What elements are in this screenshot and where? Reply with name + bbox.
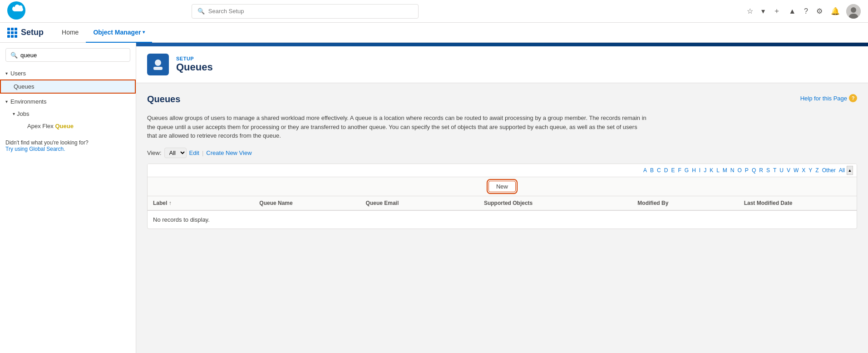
alpha-q[interactable]: Q (750, 167, 757, 174)
sidebar-section-users: ▾ Users Queues (0, 67, 136, 94)
add-button[interactable]: ＋ (771, 5, 782, 18)
create-new-view-link[interactable]: Create New View (206, 149, 252, 156)
sidebar: 🔍 ▾ Users Queues ▾ Environments ▾ Jobs (0, 43, 136, 353)
global-search-link[interactable]: Try using Global Search. (5, 146, 65, 152)
chevron-icon: ▾ (5, 71, 8, 76)
sidebar-jobs-header[interactable]: ▾ Jobs (7, 108, 136, 120)
edit-view-link[interactable]: Edit (189, 149, 199, 156)
alpha-v[interactable]: V (785, 167, 792, 174)
alpha-z[interactable]: Z (814, 167, 820, 174)
search-input[interactable] (208, 8, 413, 15)
tab-object-manager[interactable]: Object Manager ▾ (86, 23, 152, 43)
view-bar: View: All Edit | Create New View (147, 148, 857, 158)
svg-point-2 (851, 7, 856, 13)
search-icon: 🔍 (197, 8, 205, 15)
view-select[interactable]: All (164, 148, 187, 158)
help-button[interactable]: ? (802, 5, 810, 17)
alpha-w[interactable]: W (792, 167, 800, 174)
alpha-other[interactable]: Other (821, 167, 837, 174)
svg-point-4 (155, 60, 161, 66)
page-header-icon (147, 54, 169, 75)
page-header: SETUP Queues (136, 46, 868, 83)
help-link[interactable]: Help for this Page (800, 95, 847, 102)
blue-accent-bar (136, 43, 868, 46)
new-button[interactable]: New (488, 181, 516, 192)
col-modified-by: Modified By (632, 196, 738, 210)
new-button-row: New (148, 177, 857, 196)
alpha-e[interactable]: E (670, 167, 676, 174)
page-setup-label: SETUP (176, 56, 213, 61)
alpha-n[interactable]: N (729, 167, 736, 174)
alpha-t[interactable]: T (772, 167, 778, 174)
alpha-o[interactable]: O (736, 167, 743, 174)
sidebar-sub-section-jobs: ▾ Jobs Apex Flex Queue (0, 108, 136, 132)
second-navigation: Setup Home Object Manager ▾ (0, 23, 868, 43)
sidebar-not-found-text: Didn't find what you're looking for? (5, 139, 130, 146)
sidebar-search-input[interactable] (20, 52, 125, 59)
sidebar-search-container: 🔍 (5, 48, 130, 62)
alpha-l[interactable]: L (715, 167, 721, 174)
separator: | (202, 149, 203, 156)
alpha-u[interactable]: U (778, 167, 785, 174)
alpha-h[interactable]: H (690, 167, 697, 174)
alpha-j[interactable]: J (702, 167, 708, 174)
page-title: Queues (176, 61, 213, 73)
alpha-p[interactable]: P (744, 167, 750, 174)
settings-button[interactable]: ⚙ (814, 5, 824, 17)
search-container: 🔍 (192, 4, 419, 19)
sidebar-section-environments-label: Environments (10, 98, 46, 105)
alpha-i[interactable]: I (698, 167, 702, 174)
alpha-g[interactable]: G (683, 167, 690, 174)
top-nav-right: ☆ ▾ ＋ ▲ ? ⚙ 🔔 (745, 4, 861, 19)
alpha-f[interactable]: F (676, 167, 682, 174)
col-supported-objects: Supported Objects (478, 196, 632, 210)
alpha-k[interactable]: K (708, 167, 715, 174)
nav-tabs: Home Object Manager ▾ (54, 23, 152, 43)
alpha-a[interactable]: A (642, 167, 648, 174)
col-last-modified-date: Last Modified Date (739, 196, 857, 210)
sidebar-item-queues[interactable]: Queues (0, 80, 136, 94)
col-label: Label ↑ (148, 196, 254, 210)
alpha-r[interactable]: R (758, 167, 764, 174)
help-icon[interactable]: ? (849, 94, 857, 102)
alpha-m[interactable]: M (721, 167, 729, 174)
queues-table: Label ↑ Queue Name Queue Email Supported… (148, 196, 857, 229)
sidebar-section-users-label: Users (10, 70, 26, 77)
sort-icon: ↑ (169, 200, 172, 206)
no-records-cell: No records to display. (148, 210, 857, 229)
queues-description: Queues allow groups of users to manage a… (147, 114, 646, 140)
content-area: SETUP Queues Queues Help for this Page ?… (136, 43, 868, 353)
tab-home[interactable]: Home (54, 23, 86, 43)
alpha-all[interactable]: All (838, 167, 846, 174)
table-body: No records to display. (148, 210, 857, 229)
help-row: Help for this Page ? (800, 94, 857, 106)
setup-title: Setup (21, 28, 44, 37)
sidebar-section-users-header[interactable]: ▾ Users (0, 67, 136, 80)
alpha-x[interactable]: X (800, 167, 807, 174)
scroll-up-btn[interactable]: ▲ (847, 166, 853, 175)
user-avatar[interactable] (846, 4, 861, 19)
page-header-text: SETUP Queues (176, 56, 213, 73)
chevron-down-icon: ▾ (143, 30, 145, 35)
sidebar-section-environments-header[interactable]: ▾ Environments (0, 95, 136, 108)
alpha-d[interactable]: D (663, 167, 670, 174)
sidebar-footer: Didn't find what you're looking for? Try… (0, 134, 136, 158)
alpha-s[interactable]: S (765, 167, 771, 174)
sidebar-search-icon: 🔍 (10, 52, 18, 59)
trailhead-button[interactable]: ▲ (787, 5, 798, 17)
favorite-star-button[interactable]: ☆ (745, 5, 755, 17)
bell-button[interactable]: 🔔 (829, 5, 842, 17)
table-header: Label ↑ Queue Name Queue Email Supported… (148, 196, 857, 210)
col-queue-name: Queue Name (254, 196, 360, 210)
salesforce-logo[interactable] (7, 1, 25, 21)
chevron-icon-jobs: ▾ (13, 111, 15, 116)
dropdown-button[interactable]: ▾ (760, 5, 767, 17)
alpha-c[interactable]: C (656, 167, 662, 174)
col-queue-email: Queue Email (360, 196, 478, 210)
alpha-y[interactable]: Y (807, 167, 814, 174)
alpha-b[interactable]: B (649, 167, 655, 174)
app-launcher-button[interactable] (7, 28, 17, 38)
view-label: View: (147, 149, 162, 156)
sidebar-jobs-label: Jobs (17, 110, 29, 117)
sidebar-item-apex-flex-queue[interactable]: Apex Flex Queue (7, 120, 136, 132)
